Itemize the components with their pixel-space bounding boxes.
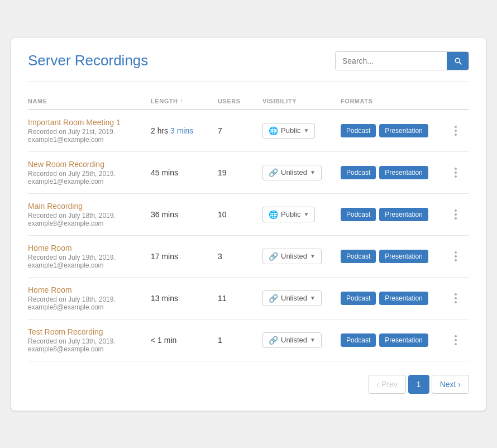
dot-icon bbox=[455, 175, 457, 178]
recording-name-cell: Important Room Meeting 1 Recorded on Jul… bbox=[28, 118, 151, 144]
visibility-icon: 🔗 bbox=[269, 252, 278, 261]
recording-users: 10 bbox=[218, 210, 262, 219]
recording-name-cell: Main Recording Recorded on July 18th, 20… bbox=[28, 202, 151, 227]
formats-cell: PodcastPresentation bbox=[341, 124, 452, 137]
visibility-dropdown[interactable]: 🌐 Public ▼ bbox=[262, 123, 315, 139]
format-podcast-button[interactable]: Podcast bbox=[341, 292, 376, 305]
chevron-down-icon: ▼ bbox=[310, 295, 316, 301]
format-presentation-button[interactable]: Presentation bbox=[379, 166, 428, 179]
visibility-cell: 🔗 Unlisted ▼ bbox=[262, 165, 341, 180]
recording-title[interactable]: Home Room bbox=[28, 244, 151, 252]
search-icon bbox=[453, 56, 462, 65]
dot-icon bbox=[455, 130, 457, 132]
pagination: ‹ Prev 1 Next › bbox=[28, 375, 469, 394]
table-row: Important Room Meeting 1 Recorded on Jul… bbox=[28, 110, 469, 152]
dot-icon bbox=[455, 134, 457, 136]
visibility-dropdown[interactable]: 🌐 Public ▼ bbox=[262, 207, 315, 222]
dot-icon bbox=[455, 343, 457, 345]
dot-icon bbox=[455, 335, 457, 337]
recording-length: 2 hrs 3 mins bbox=[151, 126, 218, 135]
format-presentation-button[interactable]: Presentation bbox=[379, 292, 428, 305]
dot-icon bbox=[455, 293, 457, 296]
more-actions-cell bbox=[452, 335, 469, 345]
main-container: Server Recordings NAME LENGTH ↑ USERS VI… bbox=[11, 38, 486, 411]
more-actions-cell bbox=[452, 126, 469, 136]
prev-page-button[interactable]: ‹ Prev bbox=[369, 375, 406, 394]
format-podcast-button[interactable]: Podcast bbox=[341, 208, 376, 221]
dot-icon bbox=[455, 255, 457, 258]
table-row: Home Room Recorded on July 18th, 2019. e… bbox=[28, 278, 469, 320]
format-podcast-button[interactable]: Podcast bbox=[341, 333, 376, 347]
more-actions-button[interactable] bbox=[452, 209, 459, 220]
recording-title[interactable]: Test Room Recording bbox=[28, 327, 151, 336]
page-title: Server Recordings bbox=[28, 52, 148, 69]
visibility-icon: 🌐 bbox=[269, 126, 278, 135]
format-presentation-button[interactable]: Presentation bbox=[379, 124, 428, 137]
chevron-down-icon: ▼ bbox=[303, 127, 309, 134]
recording-email: example1@example.com bbox=[28, 178, 151, 185]
visibility-cell: 🌐 Public ▼ bbox=[262, 207, 341, 222]
more-actions-cell bbox=[452, 209, 469, 220]
recording-meta: Recorded on July 19th, 2019. bbox=[28, 254, 151, 261]
recording-title[interactable]: Important Room Meeting 1 bbox=[28, 118, 151, 127]
recording-meta: Recorded on July 13th, 2019. bbox=[28, 337, 151, 345]
table-row: New Room Recording Recorded on July 25th… bbox=[28, 152, 469, 194]
recording-meta: Recorded on July 18th, 2019. bbox=[28, 296, 151, 303]
more-actions-cell bbox=[452, 251, 469, 261]
visibility-icon: 🌐 bbox=[269, 210, 278, 219]
col-header-visibility: VISIBILITY bbox=[262, 98, 341, 104]
sort-arrow-icon: ↑ bbox=[180, 98, 184, 104]
recording-users: 11 bbox=[218, 294, 262, 303]
visibility-icon: 🔗 bbox=[269, 168, 278, 177]
visibility-cell: 🌐 Public ▼ bbox=[262, 123, 341, 139]
search-button[interactable] bbox=[447, 52, 469, 70]
col-header-users: USERS bbox=[218, 98, 262, 104]
recording-title[interactable]: Main Recording bbox=[28, 202, 151, 211]
visibility-label: Public bbox=[281, 210, 300, 218]
recording-name-cell: New Room Recording Recorded on July 25th… bbox=[28, 160, 151, 185]
visibility-dropdown[interactable]: 🔗 Unlisted ▼ bbox=[262, 165, 322, 180]
more-actions-cell bbox=[452, 168, 469, 178]
recording-title[interactable]: Home Room bbox=[28, 285, 151, 294]
dot-icon bbox=[455, 209, 457, 212]
visibility-label: Unlisted bbox=[281, 252, 307, 260]
more-actions-button[interactable] bbox=[452, 251, 459, 261]
chevron-down-icon: ▼ bbox=[303, 211, 309, 217]
next-page-button[interactable]: Next › bbox=[432, 375, 469, 394]
format-podcast-button[interactable]: Podcast bbox=[341, 124, 376, 137]
recording-title[interactable]: New Room Recording bbox=[28, 160, 151, 169]
visibility-label: Public bbox=[281, 126, 300, 135]
dot-icon bbox=[455, 339, 457, 341]
more-actions-cell bbox=[452, 293, 469, 303]
format-presentation-button[interactable]: Presentation bbox=[379, 333, 428, 347]
format-presentation-button[interactable]: Presentation bbox=[379, 208, 428, 221]
recording-name-cell: Home Room Recorded on July 19th, 2019. e… bbox=[28, 244, 151, 269]
recording-meta: Recorded on July 21st, 2019. bbox=[28, 128, 151, 136]
more-actions-button[interactable] bbox=[452, 335, 459, 345]
visibility-dropdown[interactable]: 🔗 Unlisted ▼ bbox=[262, 332, 322, 348]
col-header-actions bbox=[452, 98, 469, 104]
visibility-icon: 🔗 bbox=[269, 294, 278, 303]
more-actions-button[interactable] bbox=[452, 293, 459, 303]
format-podcast-button[interactable]: Podcast bbox=[341, 166, 376, 179]
recording-length: 17 mins bbox=[151, 252, 218, 261]
table-header: NAME LENGTH ↑ USERS VISIBILITY FORMATS bbox=[28, 93, 469, 110]
search-box bbox=[335, 51, 469, 70]
visibility-cell: 🔗 Unlisted ▼ bbox=[262, 332, 341, 348]
dot-icon bbox=[455, 171, 457, 174]
visibility-dropdown[interactable]: 🔗 Unlisted ▼ bbox=[262, 290, 322, 306]
search-input[interactable] bbox=[336, 52, 447, 70]
col-header-name: NAME bbox=[28, 98, 151, 104]
more-actions-button[interactable] bbox=[452, 126, 459, 136]
recording-meta: Recorded on July 25th, 2019. bbox=[28, 170, 151, 178]
format-presentation-button[interactable]: Presentation bbox=[379, 250, 428, 263]
visibility-dropdown[interactable]: 🔗 Unlisted ▼ bbox=[262, 249, 322, 264]
more-actions-button[interactable] bbox=[452, 168, 459, 178]
visibility-label: Unlisted bbox=[281, 168, 307, 177]
recording-users: 19 bbox=[218, 168, 262, 177]
page-1-button[interactable]: 1 bbox=[408, 375, 429, 394]
formats-cell: PodcastPresentation bbox=[341, 166, 452, 179]
formats-cell: PodcastPresentation bbox=[341, 250, 452, 263]
chevron-down-icon: ▼ bbox=[310, 253, 316, 259]
format-podcast-button[interactable]: Podcast bbox=[341, 250, 376, 263]
